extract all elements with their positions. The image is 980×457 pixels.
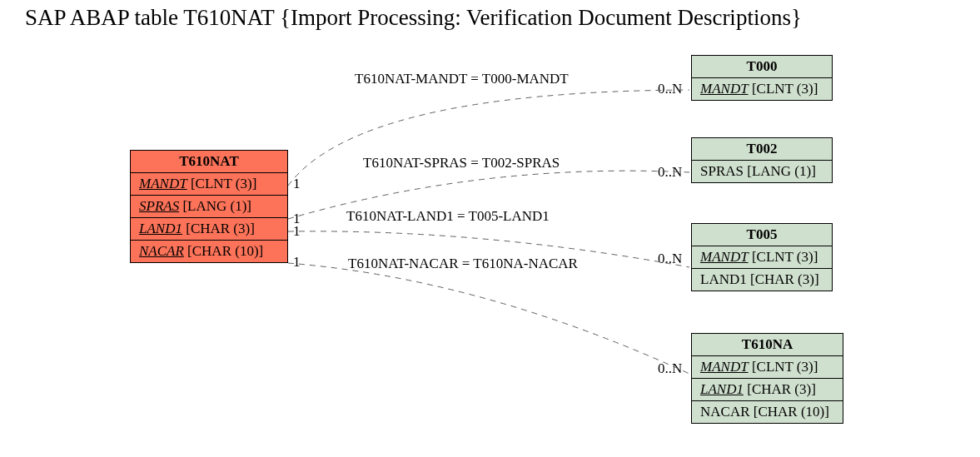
left-card-3: 1 bbox=[293, 223, 301, 240]
entity-t610na: T610NA MANDT [CLNT (3)] LAND1 [CHAR (3)]… bbox=[691, 333, 843, 424]
relation-label-2: T610NAT-SPRAS = T002-SPRAS bbox=[363, 155, 560, 171]
right-card-1: 0..N bbox=[658, 81, 682, 97]
entity-t610nat-field-mandt: MANDT [CLNT (3)] bbox=[131, 173, 287, 196]
relation-label-3: T610NAT-LAND1 = T005-LAND1 bbox=[346, 208, 550, 225]
entity-t610na-header: T610NA bbox=[692, 334, 843, 356]
entity-t610nat-field-land1: LAND1 [CHAR (3)] bbox=[131, 218, 287, 241]
entity-t000-field-mandt: MANDT [CLNT (3)] bbox=[692, 78, 832, 100]
right-card-4: 0..N bbox=[658, 360, 682, 377]
diagram-title: SAP ABAP table T610NAT {Import Processin… bbox=[25, 5, 802, 31]
relation-label-1: T610NAT-MANDT = T000-MANDT bbox=[355, 71, 569, 87]
entity-t610na-field-land1: LAND1 [CHAR (3)] bbox=[692, 379, 843, 401]
entity-t000-header: T000 bbox=[692, 56, 832, 78]
entity-t610nat-field-nacar: NACAR [CHAR (10)] bbox=[131, 241, 287, 262]
left-card-4: 1 bbox=[293, 254, 301, 271]
entity-t610na-field-nacar: NACAR [CHAR (10)] bbox=[692, 401, 843, 423]
entity-t002-field-spras: SPRAS [LANG (1)] bbox=[692, 161, 832, 182]
entity-t005-header: T005 bbox=[692, 224, 832, 246]
entity-t610nat-header: T610NAT bbox=[131, 151, 287, 173]
entity-t005-field-mandt: MANDT [CLNT (3)] bbox=[692, 246, 832, 269]
left-card-1: 1 bbox=[293, 176, 301, 192]
right-card-3: 0..N bbox=[658, 251, 682, 267]
right-card-2: 0..N bbox=[658, 164, 682, 181]
entity-t005-field-land1: LAND1 [CHAR (3)] bbox=[692, 269, 832, 291]
entity-t610na-field-mandt: MANDT [CLNT (3)] bbox=[692, 356, 843, 379]
entity-t000: T000 MANDT [CLNT (3)] bbox=[691, 55, 833, 101]
entity-t610nat-field-spras: SPRAS [LANG (1)] bbox=[131, 196, 287, 218]
relation-label-4: T610NAT-NACAR = T610NA-NACAR bbox=[348, 256, 578, 272]
entity-t002: T002 SPRAS [LANG (1)] bbox=[691, 137, 833, 183]
entity-t610nat: T610NAT MANDT [CLNT (3)] SPRAS [LANG (1)… bbox=[130, 150, 288, 263]
entity-t005: T005 MANDT [CLNT (3)] LAND1 [CHAR (3)] bbox=[691, 223, 833, 291]
entity-t002-header: T002 bbox=[692, 138, 832, 161]
